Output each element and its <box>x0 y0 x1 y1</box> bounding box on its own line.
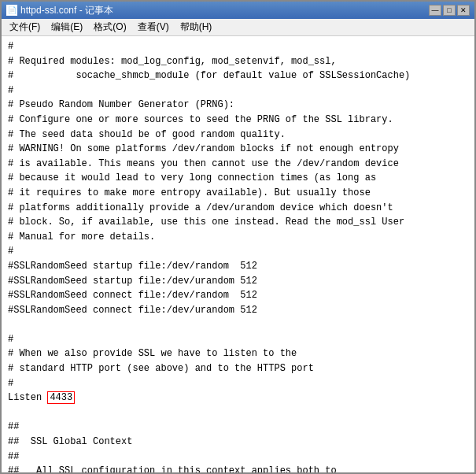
line-24: # <box>8 376 468 391</box>
line-9: # is available. This means you then cann… <box>8 157 468 172</box>
minimize-button[interactable]: — <box>429 5 441 16</box>
line-18: #SSLRandomSeed connect file:/dev/random … <box>8 288 468 303</box>
menu-file[interactable]: 文件(F) <box>5 20 45 35</box>
line-28: ## SSL Global Context <box>8 435 468 450</box>
menu-bar: 文件(F) 编辑(E) 格式(O) 查看(V) 帮助(H) <box>2 19 474 36</box>
line-27: ## <box>8 420 468 435</box>
line-25: Listen 4433 <box>8 391 468 405</box>
line-12: # platforms additionally provide a /dev/… <box>8 201 468 216</box>
maximize-button[interactable]: □ <box>443 5 456 16</box>
line-19: #SSLRandomSeed connect file:/dev/urandom… <box>8 303 468 318</box>
line-2: # Required modules: mod_log_config, mod_… <box>8 54 468 69</box>
line-5: # Pseudo Random Number Generator (PRNG): <box>8 98 468 113</box>
line-21: # <box>8 332 468 347</box>
line-15: # <box>8 244 468 259</box>
menu-format[interactable]: 格式(O) <box>89 20 131 35</box>
menu-edit[interactable]: 编辑(E) <box>46 20 87 35</box>
menu-view[interactable]: 查看(V) <box>133 20 174 35</box>
title-bar-buttons[interactable]: — □ ✕ <box>429 5 470 16</box>
line-13: # block. So, if available, use this one … <box>8 215 468 230</box>
title-bar: 📄 httpd-ssl.conf - 记事本 — □ ✕ <box>2 2 474 19</box>
line-8: # WARNING! On some platforms /dev/random… <box>8 142 468 157</box>
line-11: # it requires to make more entropy avail… <box>8 186 468 201</box>
line-3: # socache_shmcb_module (for default valu… <box>8 69 468 83</box>
line-6: # Configure one or more sources to seed … <box>8 113 468 128</box>
line-10: # because it would lead to very long con… <box>8 171 468 186</box>
line-23: # standard HTTP port (see above) and to … <box>8 361 468 376</box>
line-20 <box>8 317 468 332</box>
line-17: #SSLRandomSeed startup file:/dev/urandom… <box>8 274 468 289</box>
app-icon: 📄 <box>6 5 17 16</box>
line-16: #SSLRandomSeed startup file:/dev/random … <box>8 259 468 274</box>
port-highlight: 4433 <box>47 391 75 404</box>
line-1: # <box>8 39 468 54</box>
line-22: # When we also provide SSL we have to li… <box>8 346 468 361</box>
window-title: httpd-ssl.conf - 记事本 <box>20 4 113 17</box>
menu-help[interactable]: 帮助(H) <box>175 20 217 35</box>
line-4: # <box>8 83 468 98</box>
text-editor-content[interactable]: # # Required modules: mod_log_config, mo… <box>2 36 474 472</box>
line-7: # The seed data should be of good random… <box>8 128 468 143</box>
line-26 <box>8 405 468 420</box>
close-button[interactable]: ✕ <box>457 5 470 16</box>
line-30: ## All SSL configuration in this context… <box>8 464 468 472</box>
line-14: # Manual for more details. <box>8 230 468 245</box>
line-29: ## <box>8 450 468 465</box>
title-bar-left: 📄 httpd-ssl.conf - 记事本 <box>6 4 113 17</box>
main-window: 📄 httpd-ssl.conf - 记事本 — □ ✕ 文件(F) 编辑(E)… <box>0 0 476 474</box>
